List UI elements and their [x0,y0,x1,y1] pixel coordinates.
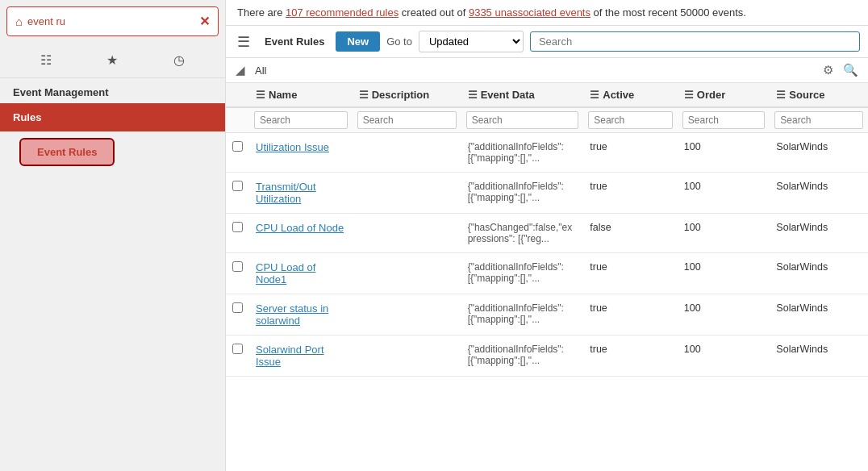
table-search-row [226,107,868,133]
sidebar-search-container: ⌂ ✕ [6,6,219,36]
recommended-rules-link[interactable]: 107 recommended rules [286,6,399,19]
sidebar-nav-rules[interactable]: Rules [0,103,225,131]
row-1-description-col [353,173,461,214]
row-0-name-link[interactable]: Utilization Issue [256,141,329,153]
search-order-input[interactable] [682,111,766,129]
clock-icon[interactable]: ◷ [167,49,191,71]
search-event-data-input[interactable] [466,111,579,129]
settings-icon-button[interactable]: ⚙ [821,61,835,79]
search-col-description [353,107,461,133]
table-container: ☰Name ☰Description ☰Event Data ☰Active ☰… [226,83,868,471]
filter-bar: ◢ All ⚙ 🔍 [226,58,868,83]
table-row: CPU Load of Node{"hasChanged":false,"exp… [226,214,868,253]
col-order: ☰Order [678,83,770,107]
row-5-source-col: SolarWinds [770,336,868,377]
row-5-event-data-col: {"additionalInfoFields": [{"mapping":[],… [461,336,584,377]
row-0-checkbox-col [226,133,249,173]
row-2-checkbox[interactable] [232,222,243,232]
table-header-row: ☰Name ☰Description ☰Event Data ☰Active ☰… [226,83,868,107]
row-2-name-link[interactable]: CPU Load of Node [256,222,344,234]
row-5-description-col [353,336,461,377]
row-2-order-col: 100 [678,214,770,253]
table-row: Server status in solarwind{"additionalIn… [226,294,868,336]
search-col-name [249,107,353,133]
main-content: There are 107 recommended rules created … [226,0,868,471]
row-3-description-col [353,253,461,294]
row-2-checkbox-col [226,214,249,253]
unassociated-events-link[interactable]: 9335 unassociated events [469,6,590,19]
row-4-source-col: SolarWinds [770,294,868,336]
search-col-active [583,107,678,133]
col-event-data: ☰Event Data [461,83,584,107]
row-2-event-data-col: {"hasChanged":false,"expressions": [{"re… [461,214,584,253]
table-row: Utilization Issue{"additionalInfoFields"… [226,133,868,173]
event-rules-table: ☰Name ☰Description ☰Event Data ☰Active ☰… [226,83,868,377]
row-2-active-col: false [583,214,678,253]
row-5-checkbox[interactable] [232,344,243,354]
row-1-name-link[interactable]: Transmit/Out Utilization [256,181,316,205]
row-1-checkbox[interactable] [232,181,243,191]
search-col-event-data [461,107,584,133]
row-1-order-col: 100 [678,173,770,214]
search-col-source [770,107,868,133]
goto-select[interactable]: Updated Active Inactive [419,31,524,52]
row-4-description-col [353,294,461,336]
row-0-order-col: 100 [678,133,770,173]
row-4-checkbox[interactable] [232,302,243,313]
filter-button[interactable]: ◢ [234,61,247,79]
info-text-before: There are [237,6,286,19]
toolbar: ☰ Event Rules New Go to Updated Active I… [226,26,868,58]
row-4-checkbox-col [226,294,249,336]
row-3-checkbox[interactable] [232,261,243,272]
toolbar-search-input[interactable] [530,31,860,52]
search-active-input[interactable] [588,111,673,129]
row-5-checkbox-col [226,336,249,377]
col-name: ☰Name [249,83,353,107]
col-active: ☰Active [583,83,678,107]
table-row: Transmit/Out Utilization{"additionalInfo… [226,173,868,214]
info-text-end: of the most recent 50000 events. [590,6,746,19]
row-5-active-col: true [583,336,678,377]
sidebar-search-input[interactable] [27,15,199,27]
menu-button[interactable]: ☰ [234,31,253,52]
search-description-input[interactable] [357,111,457,129]
search-row-checkbox-col [226,107,249,133]
row-1-event-data-col: {"additionalInfoFields": [{"mapping":[],… [461,173,584,214]
row-3-name-link[interactable]: CPU Load of Node1 [256,261,315,286]
search-source-input[interactable] [774,111,863,129]
row-4-event-data-col: {"additionalInfoFields": [{"mapping":[],… [461,294,584,336]
table-row: Solarwind Port Issue{"additionalInfoFiel… [226,336,868,377]
row-2-name-col: CPU Load of Node [249,214,353,253]
col-description: ☰Description [353,83,461,107]
row-1-source-col: SolarWinds [770,173,868,214]
row-3-name-col: CPU Load of Node1 [249,253,353,294]
star-icon[interactable]: ★ [100,49,124,71]
sidebar-icon-bar: ☷ ★ ◷ [0,43,225,78]
row-0-checkbox[interactable] [232,141,243,152]
row-5-order-col: 100 [678,336,770,377]
row-2-source-col: SolarWinds [770,214,868,253]
row-4-name-link[interactable]: Server status in solarwind [256,302,328,327]
col-checkbox [226,83,249,107]
table-row: CPU Load of Node1{"additionalInfoFields"… [226,253,868,294]
col-source: ☰Source [770,83,868,107]
row-0-event-data-col: {"additionalInfoFields": [{"mapping":[],… [461,133,584,173]
new-button[interactable]: New [336,31,380,52]
row-4-active-col: true [583,294,678,336]
row-0-source-col: SolarWinds [770,133,868,173]
row-3-source-col: SolarWinds [770,253,868,294]
info-bar: There are 107 recommended rules created … [226,0,868,26]
row-1-checkbox-col [226,173,249,214]
row-1-name-col: Transmit/Out Utilization [249,173,353,214]
row-5-name-link[interactable]: Solarwind Port Issue [256,344,324,368]
search-name-input[interactable] [254,111,348,129]
clear-search-icon[interactable]: ✕ [199,14,210,29]
sidebar-nav-event-rules[interactable]: Event Rules [19,138,115,166]
row-4-name-col: Server status in solarwind [249,294,353,336]
row-3-order-col: 100 [678,253,770,294]
inbox-icon[interactable]: ☷ [34,49,58,71]
row-1-active-col: true [583,173,678,214]
info-text-middle: created out of [399,6,469,19]
row-3-active-col: true [583,253,678,294]
search-icon-button[interactable]: 🔍 [841,61,860,79]
